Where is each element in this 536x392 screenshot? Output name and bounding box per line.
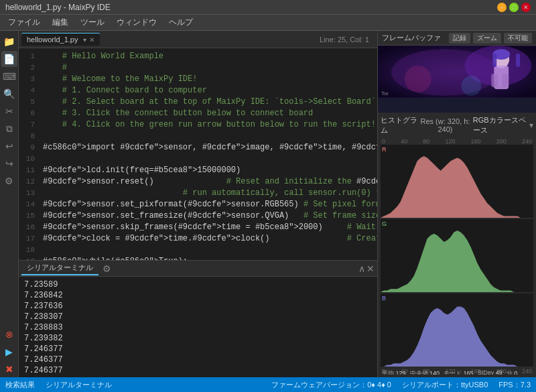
sidebar-file-icon[interactable]: 📄: [1, 51, 17, 67]
left-panel: helloworld_1.py ▾ ✕ Line: 25, Col: 1 123…: [19, 31, 377, 377]
histogram-channels: R 平均 118 中央値 115 モード 107 StDev 46 分 0 最大…: [381, 145, 533, 375]
titlebar: helloworld_1.py - MaixPy IDE – □ ✕: [0, 0, 536, 15]
b-stats: 平均 129 中央値 140 モード 165 StDev 49 分 0 最大 2…: [381, 369, 533, 375]
sidebar-error-icon[interactable]: ✖: [1, 361, 17, 377]
histogram-g-svg: [381, 219, 533, 292]
status-firmware: ファームウェアバージョン：0♦ 4♦ 0: [271, 380, 391, 390]
svg-rect-5: [491, 74, 498, 87]
histogram-header: ヒストグラム Res (w: 320, h: 240) RGBカラースペース ▾: [381, 115, 533, 135]
status-fps: FPS：7.3: [498, 380, 531, 390]
camera-preview: Tor: [378, 46, 536, 113]
tab-filename: helloworld_1.py: [27, 36, 78, 44]
svg-text:Tor: Tor: [381, 90, 389, 96]
sidebar-redo-icon[interactable]: ↪: [1, 155, 17, 172]
r-channel-label: R: [382, 146, 387, 153]
main-area: 📁 📄 ⌨ 🔍 ✂ ⧉ ↩ ↪ ⚙ ⊗ ▶ ✖ helloworld_1.py …: [0, 31, 536, 377]
histogram-res: Res (w: 320, h: 240): [417, 117, 473, 133]
sidebar-copy-icon[interactable]: ⧉: [1, 121, 17, 137]
sidebar-settings-icon[interactable]: ⚙: [1, 173, 17, 189]
svg-rect-9: [516, 54, 520, 67]
menu-help[interactable]: ヘルプ: [163, 15, 198, 29]
window-controls: – □ ✕: [497, 3, 531, 12]
svg-point-10: [405, 66, 431, 92]
sidebar-run-icon[interactable]: ▶: [1, 344, 17, 360]
tab-dropdown-icon[interactable]: ▾: [83, 36, 86, 44]
sidebar-stop-icon[interactable]: ⊗: [1, 326, 17, 342]
terminal-tab-serial[interactable]: シリアルターミナル: [21, 261, 98, 275]
svg-point-11: [461, 76, 481, 96]
histogram-b-channel: B 平均 129 中央値 140 モード 165 StDev 49 分 0 最大…: [381, 293, 533, 367]
terminal-settings-icon[interactable]: ⚙: [103, 263, 111, 274]
editor-tabs: helloworld_1.py ▾ ✕ Line: 25, Col: 1: [19, 31, 377, 48]
sidebar-undo-icon[interactable]: ↩: [1, 138, 17, 154]
terminal-close-icon[interactable]: ✕: [366, 263, 375, 274]
histogram-r-channel: R 平均 118 中央値 115 モード 107 StDev 46 分 0 最大…: [381, 145, 533, 218]
minimize-button[interactable]: –: [497, 3, 507, 12]
terminal-tabs: シリアルターミナル ⚙ ∧ ✕: [19, 261, 377, 277]
menu-window[interactable]: ウィンドウ: [111, 15, 162, 29]
histogram-g-channel: G 平均 124 中央値 121 モード 146 StDev 46 分 12 最…: [381, 219, 533, 292]
histogram-r-svg: [381, 145, 533, 218]
code-editor[interactable]: 12345678910111213141516171819202122 # He…: [19, 48, 377, 260]
menu-file[interactable]: ファイル: [3, 15, 46, 29]
camera-header: フレームバッファ 記録 ズーム 不可能: [378, 31, 536, 46]
histogram-dropdown-icon[interactable]: ▾: [529, 121, 533, 130]
histogram-xaxis-top: 0 40 80 120 160 200 240: [381, 138, 533, 145]
camera-label: フレームバッファ: [382, 33, 446, 43]
terminal-controls: ∧ ✕: [358, 263, 375, 274]
sidebar-folder-icon[interactable]: 📁: [1, 34, 17, 50]
camera-image: Tor: [378, 46, 536, 98]
terminal-up-icon[interactable]: ∧: [358, 263, 365, 274]
title-text: helloworld_1.py - MaixPy IDE: [5, 3, 111, 12]
status-serial: シリアルポート：ttyUSB0: [402, 380, 488, 390]
status-terminal: シリアルターミナル: [46, 380, 112, 390]
maximize-button[interactable]: □: [509, 3, 519, 12]
right-panel: フレームバッファ 記録 ズーム 不可能: [377, 31, 536, 377]
menubar: ファイル 編集 ツール ウィンドウ ヘルプ: [0, 15, 536, 31]
statusbar: 検索結果 シリアルターミナル ファームウェアバージョン：0♦ 4♦ 0 シリアル…: [0, 377, 536, 392]
line-col-indicator: Line: 25, Col: 1: [320, 36, 375, 44]
unable-button[interactable]: 不可能: [504, 33, 532, 44]
camera-image-svg: Tor: [378, 46, 536, 98]
editor-tab-file[interactable]: helloworld_1.py ▾ ✕: [21, 33, 100, 46]
line-numbers: 12345678910111213141516171819202122: [19, 48, 38, 260]
record-button[interactable]: 記録: [449, 33, 470, 44]
status-search: 検索結果: [5, 380, 35, 390]
sidebar: 📁 📄 ⌨ 🔍 ✂ ⧉ ↩ ↪ ⚙ ⊗ ▶ ✖: [0, 31, 19, 377]
histogram-title: ヒストグラム: [381, 115, 417, 135]
code-content[interactable]: # Hello World Example # # Welcome to the…: [38, 48, 377, 260]
histogram-area: ヒストグラム Res (w: 320, h: 240) RGBカラースペース ▾…: [378, 113, 536, 377]
svg-rect-8: [492, 54, 496, 67]
sidebar-scissors-icon[interactable]: ✂: [1, 103, 17, 119]
g-channel-label: G: [382, 220, 387, 227]
terminal-panel: シリアルターミナル ⚙ ∧ ✕ 7.235897.2368427.2376367…: [19, 260, 377, 377]
histogram-b-svg: [381, 293, 533, 367]
menu-tools[interactable]: ツール: [75, 15, 110, 29]
close-button[interactable]: ✕: [521, 3, 531, 12]
sidebar-code-icon[interactable]: ⌨: [1, 68, 17, 84]
sidebar-search-icon[interactable]: 🔍: [1, 86, 17, 102]
colorspace-label: RGBカラースペース: [473, 115, 529, 135]
svg-rect-6: [502, 74, 509, 87]
terminal-output: 7.235897.2368427.2376367.2383077.2388837…: [19, 277, 377, 377]
b-channel-label: B: [382, 295, 386, 302]
zoom-button[interactable]: ズーム: [473, 33, 501, 44]
tab-close-icon[interactable]: ✕: [89, 36, 94, 44]
menu-edit[interactable]: 編集: [47, 15, 74, 29]
